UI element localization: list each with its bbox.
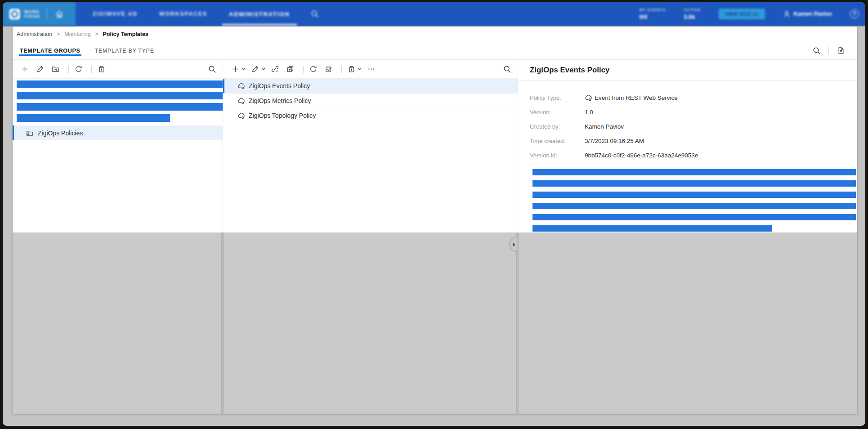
nav-item-workspaces[interactable]: WORKSPACES	[148, 2, 218, 26]
toolbar-divider	[68, 66, 69, 73]
toolbar-divider	[91, 66, 92, 73]
detail-value: 1.0	[585, 109, 593, 116]
refresh-button[interactable]	[307, 63, 319, 75]
pencil-icon	[251, 65, 259, 73]
add-group-button[interactable]	[19, 63, 31, 75]
tab-template-by-type[interactable]: TEMPLATE BY TYPE	[94, 42, 155, 59]
home-icon[interactable]	[55, 9, 64, 18]
pencil-icon	[36, 65, 44, 73]
tab-template-groups[interactable]: TEMPLATE GROUPS	[19, 42, 81, 59]
toolbar-divider	[828, 47, 829, 54]
breadcrumb-separator: >	[57, 31, 60, 37]
move-group-button[interactable]	[49, 63, 61, 75]
groups-search-button[interactable]	[208, 65, 216, 73]
breadcrumb-item-policy-templates: Policy Templates	[103, 31, 148, 37]
detail-label: Created by:	[530, 123, 585, 130]
breadcrumb-item-monitoring[interactable]: Monitoring	[64, 31, 90, 37]
refresh-button[interactable]	[72, 63, 84, 75]
redacted-area	[13, 232, 857, 414]
stat-label: MY EVENTS	[639, 8, 666, 12]
detail-value: Kamen Pavlov	[585, 123, 624, 130]
brand-block[interactable]: MICRO FOCUS	[3, 2, 76, 26]
breadcrumb-item-administration[interactable]: Administration	[17, 31, 52, 37]
policy-name: ZigiOps Events Policy	[249, 82, 310, 89]
details-panel: ZigiOps Events Policy Policy Type:Event …	[518, 60, 857, 232]
global-search-icon[interactable]	[311, 10, 319, 18]
policy-row-zigiops-metrics-policy[interactable]: ZigiOps Metrics Policy	[223, 94, 518, 108]
chevron-down-icon	[242, 67, 246, 71]
panel-columns: ZigiOps Policies	[13, 60, 857, 232]
top-navbar: MICRO FOCUS ZIGIWAVE ADWORKSPACESADMINIS…	[3, 2, 865, 26]
nav-item-zigiwave-ad[interactable]: ZIGIWAVE AD	[82, 2, 148, 26]
cloud-policy-icon	[237, 97, 245, 104]
activate-policy-button[interactable]	[322, 63, 334, 75]
add-policy-button[interactable]	[229, 63, 246, 75]
nav-stat-my-events[interactable]: MY EVENTS0/0	[639, 8, 666, 20]
detail-label: Version:	[530, 109, 585, 116]
search-icon	[208, 65, 216, 73]
detail-row-created-by: Created by:Kamen Pavlov	[530, 119, 857, 134]
check-square-icon	[325, 65, 332, 73]
content-card: Administration>Monitoring>Policy Templat…	[13, 27, 857, 414]
detail-value-text: Event from REST Web Service	[595, 94, 678, 101]
more-actions-button[interactable]	[365, 63, 377, 75]
trash-icon	[98, 65, 105, 73]
detail-value: 9bb574c0-c0f2-466e-a72c-63aa24e9053e	[585, 152, 698, 159]
tab-row-actions	[811, 42, 857, 59]
redacted-row	[532, 225, 772, 232]
detail-value-text: 1.0	[585, 109, 593, 116]
group-row-zigiops-policies[interactable]: ZigiOps Policies	[13, 125, 223, 140]
policy-row-zigiops-events-policy[interactable]: ZigiOps Events Policy	[223, 79, 518, 94]
group-label: ZigiOps Policies	[38, 130, 83, 137]
tabs: TEMPLATE GROUPSTEMPLATE BY TYPE	[19, 42, 168, 59]
breadcrumb-separator: >	[95, 31, 98, 37]
brand-line1: MICRO	[24, 9, 40, 14]
policy-details: ZigiOps Events Policy Policy Type:Event …	[518, 66, 857, 232]
cloud-policy-icon	[237, 112, 245, 119]
toolbar-divider	[341, 66, 342, 73]
panel-divider[interactable]	[516, 232, 519, 414]
template-groups-panel: ZigiOps Policies	[13, 60, 223, 232]
panel-divider[interactable]	[221, 232, 224, 414]
document-icon	[837, 47, 845, 54]
user-name: Kamen Pavlov	[794, 11, 832, 17]
edit-group-button[interactable]	[34, 63, 46, 75]
policies-search-button[interactable]	[503, 65, 511, 73]
stat-value: 3.0k	[684, 13, 701, 20]
detail-value-text: 3/7/2023 09:16:25 AM	[585, 138, 644, 144]
redacted-row	[17, 114, 170, 122]
help-icon[interactable]: ?	[850, 9, 859, 18]
stat-label: ACTIVE	[684, 8, 701, 12]
redacted-detail-rows	[532, 169, 856, 232]
detail-row-time-created: Time created:3/7/2023 09:16:25 AM	[530, 134, 857, 148]
collapse-panel-handle[interactable]	[509, 237, 517, 252]
redacted-row	[17, 80, 223, 88]
assign-policy-button[interactable]	[269, 63, 281, 75]
report-button[interactable]	[835, 45, 846, 57]
cloud-policy-icon	[237, 82, 245, 89]
brand-divider	[46, 8, 47, 20]
link-plus-icon	[271, 65, 279, 73]
search-button[interactable]	[811, 45, 823, 57]
policy-row-zigiops-topology-policy[interactable]: ZigiOps Topology Policy	[223, 108, 518, 123]
policy-name: ZigiOps Topology Policy	[249, 112, 316, 119]
edit-policy-button[interactable]	[249, 63, 265, 75]
plus-icon	[232, 65, 239, 73]
redacted-row	[532, 192, 856, 198]
redacted-row	[17, 92, 223, 99]
expand-arrow-icon	[513, 242, 515, 247]
duplicate-policy-button[interactable]	[284, 63, 296, 75]
navbar-right: MY EVENTS0/0ACTIVE3.0k OBM 2022.11 Kamen…	[639, 2, 865, 26]
app-window: MICRO FOCUS ZIGIWAVE ADWORKSPACESADMINIS…	[3, 2, 865, 426]
toolbar-divider	[303, 66, 304, 73]
delete-policy-button[interactable]	[345, 63, 362, 75]
tab-row: TEMPLATE GROUPSTEMPLATE BY TYPE	[13, 42, 857, 60]
nav-item-administration[interactable]: ADMINISTRATION	[218, 2, 301, 26]
delete-group-button[interactable]	[95, 63, 107, 75]
user-menu[interactable]: Kamen Pavlov	[783, 10, 832, 18]
plus-icon	[21, 65, 29, 73]
nav-stat-active[interactable]: ACTIVE3.0k	[684, 8, 701, 20]
refresh-icon	[75, 65, 82, 73]
detail-label: Version id:	[530, 152, 585, 159]
redacted-row	[532, 214, 856, 220]
